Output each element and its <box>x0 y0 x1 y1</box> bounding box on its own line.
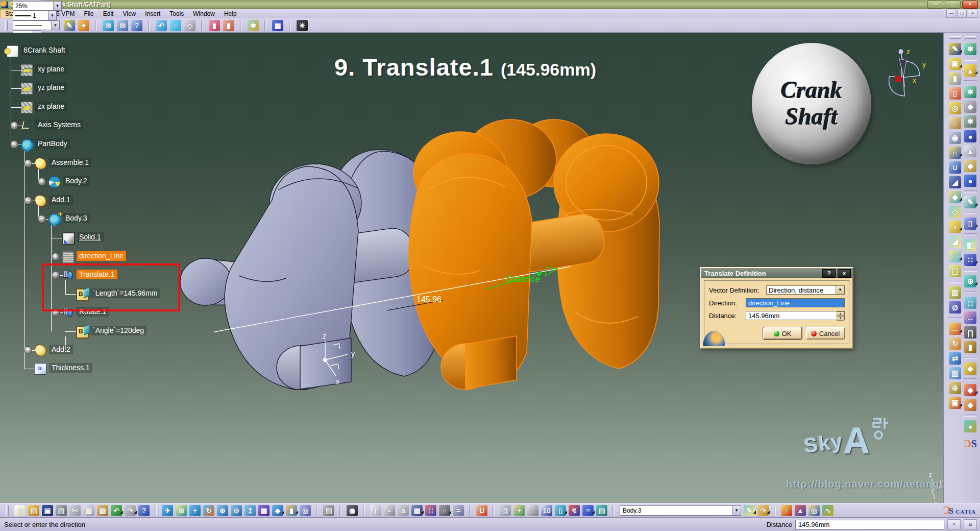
tree-item-xy-plane[interactable]: xy plane <box>35 64 67 74</box>
distance-input[interactable]: 145.96mm <box>795 520 944 529</box>
clay-icon[interactable] <box>35 195 46 207</box>
rotation-icon[interactable]: ↻ <box>949 337 961 350</box>
tree-item-add-1[interactable]: Add.1 <box>49 195 73 205</box>
measure-machine-icon[interactable]: ◆ <box>964 160 976 172</box>
pocket-icon[interactable]: ▯ <box>949 87 961 100</box>
symmetry-icon[interactable]: ⇄ <box>949 352 961 365</box>
book-catalog-icon[interactable]: ▤ <box>596 505 607 516</box>
toolbar-drag-handle[interactable] <box>965 36 976 39</box>
stiffener-icon[interactable]: ◢ <box>949 176 961 188</box>
surface-gray-icon[interactable]: ◆ <box>964 101 976 113</box>
pad-icon[interactable]: ▮ <box>949 73 961 85</box>
spinner-up-icon[interactable]: ▲ <box>837 311 844 316</box>
arrow-up-red-icon[interactable]: ↑ <box>781 505 792 516</box>
measure-between-icon[interactable]: ↔ <box>964 311 976 324</box>
shell-icon[interactable]: ▢ <box>949 265 961 277</box>
sep[interactable] <box>948 317 962 319</box>
copy-icon[interactable]: ▥ <box>83 505 94 516</box>
save-icon[interactable]: ▣ <box>42 505 53 516</box>
sep[interactable] <box>339 505 341 516</box>
formula-fx-icon[interactable]: ƒ <box>370 505 381 516</box>
zoom-in-icon[interactable]: ⊕ <box>217 505 228 516</box>
sep[interactable] <box>469 505 471 516</box>
copy-graphic-properties-icon[interactable]: ✎ <box>64 20 75 31</box>
sep[interactable] <box>964 212 977 214</box>
capture-camera-icon[interactable]: ◉ <box>347 505 358 516</box>
paste-icon[interactable]: ▨ <box>97 505 108 516</box>
slot-icon[interactable]: ∪ <box>949 161 961 174</box>
sep[interactable] <box>201 20 203 31</box>
sep[interactable] <box>148 20 150 31</box>
sep[interactable] <box>948 281 962 283</box>
sep[interactable] <box>264 20 266 31</box>
minimize-button[interactable]: — <box>927 1 943 9</box>
update-gear-icon[interactable]: ✱ <box>964 43 976 55</box>
assembly-parts-icon[interactable]: ◆ <box>964 363 976 375</box>
link-anchor-icon[interactable]: a <box>398 505 409 516</box>
red-parts-icon[interactable]: ◆ <box>964 384 976 396</box>
gear-icon[interactable] <box>21 139 34 152</box>
plane-icon[interactable] <box>21 102 33 113</box>
loft-icon[interactable]: ◆ <box>949 191 961 203</box>
update-swirl-icon[interactable]: @ <box>500 505 511 516</box>
sep[interactable] <box>964 80 977 82</box>
line-weight-combo[interactable]: 1▼ <box>13 11 57 20</box>
cancel-button[interactable]: Cancel <box>806 327 845 340</box>
orange-crank-model[interactable] <box>409 119 659 390</box>
catalog-gears-icon[interactable]: ✱ <box>248 20 259 31</box>
open-icon[interactable]: ▤ <box>28 505 39 516</box>
normal-view-icon[interactable]: ↥ <box>244 505 256 516</box>
caliper-icon[interactable]: ∏ <box>964 326 976 339</box>
thickness-icon[interactable]: ▥ <box>949 286 961 299</box>
pan-icon[interactable]: + <box>189 505 201 516</box>
fly-mode-icon[interactable]: ✈ <box>162 505 173 516</box>
lock-icon[interactable]: ∩ <box>439 505 450 516</box>
thick-icon[interactable] <box>35 363 46 375</box>
translate-definition-dialog[interactable]: Translate Definition ? x Vector Definiti… <box>700 267 853 349</box>
sep[interactable] <box>240 20 242 31</box>
ok-button[interactable]: OK <box>763 327 802 340</box>
sep[interactable] <box>964 270 977 272</box>
axis-system-icon[interactable]: ∟ <box>527 505 538 516</box>
print-icon[interactable]: ▤ <box>56 505 67 516</box>
structure-nodes-icon[interactable]: ∷ <box>425 505 436 516</box>
part-tower-alt-icon[interactable]: ▮ <box>223 20 234 31</box>
exchange-tank-icon[interactable]: ▯ <box>555 505 566 516</box>
planes-pair-icon[interactable]: ▥ <box>964 239 976 251</box>
rib-icon[interactable]: ∩ <box>949 147 961 159</box>
mdi-minimize-button[interactable]: — <box>946 10 956 18</box>
clay-icon[interactable] <box>35 158 46 170</box>
list-toolbar-icon[interactable]: ≡ <box>582 505 594 516</box>
tree-item-zx-plane[interactable]: zx plane <box>35 102 67 111</box>
tree-expander-minus[interactable]: − <box>10 140 18 149</box>
chevron-down-icon[interactable]: ▼ <box>51 21 59 30</box>
sep[interactable] <box>493 505 495 516</box>
plane-icon[interactable] <box>21 83 33 94</box>
sparkle-tool-icon[interactable]: ✳ <box>297 20 308 31</box>
iso-view-icon[interactable]: ◆ <box>272 505 283 516</box>
sketch-surface-icon[interactable]: ✎ <box>744 505 755 516</box>
sep[interactable] <box>95 20 97 31</box>
blue-disc-icon[interactable]: ● <box>964 175 976 187</box>
line-type-combo[interactable]: ▼ <box>13 20 60 30</box>
manipulate-hand-icon[interactable]: + <box>513 505 525 516</box>
menu-item-help[interactable]: Help <box>219 10 241 18</box>
menu-item-edit[interactable]: Edit <box>99 10 118 18</box>
sep[interactable] <box>612 505 615 516</box>
status-button-2[interactable]: a <box>964 519 977 530</box>
whats-this-icon[interactable]: ? <box>138 505 150 516</box>
mail-exchange-icon[interactable]: ✉ <box>117 20 128 31</box>
tree-item-angle-120deg[interactable]: `Angle`=120deg <box>90 326 146 335</box>
tree-item-6crank-shaft[interactable]: 6Crank Shaft <box>21 45 68 55</box>
tree-item-partbody[interactable]: PartBody <box>35 139 70 149</box>
tree-expander-plus[interactable]: + <box>24 346 32 354</box>
sep[interactable] <box>964 415 977 417</box>
machine-stand-icon[interactable]: ✱ <box>964 115 976 128</box>
menu-item-insert[interactable]: Insert <box>140 10 165 18</box>
sep[interactable] <box>774 505 776 516</box>
catalog-lightning-icon[interactable]: ↯ <box>569 505 580 516</box>
sep[interactable] <box>155 505 157 516</box>
target-frame-icon[interactable]: ◎ <box>808 505 820 516</box>
axis-icon[interactable] <box>21 120 32 131</box>
chevron-down-icon[interactable]: ▼ <box>48 11 56 20</box>
